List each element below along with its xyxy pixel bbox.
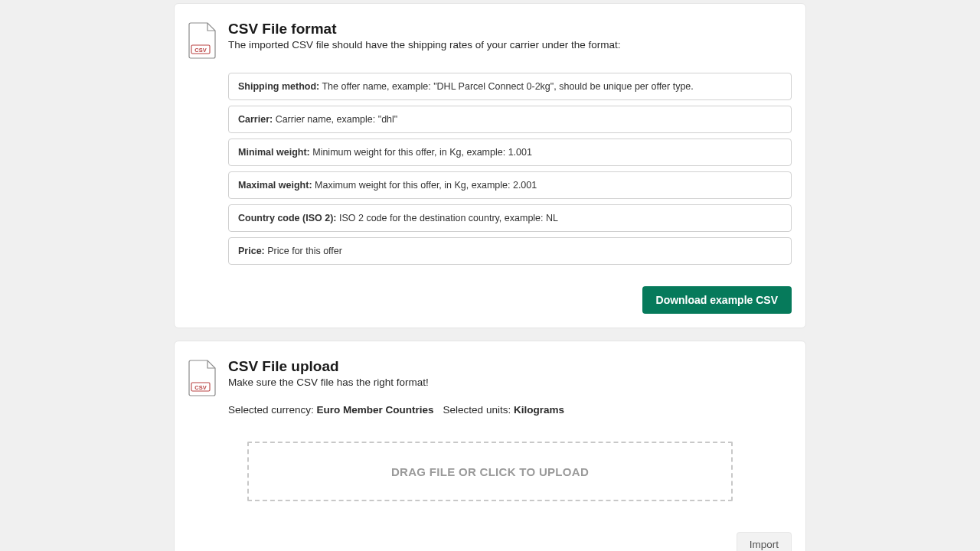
format-header: CSV CSV File format The imported CSV fil… bbox=[188, 21, 792, 59]
file-dropzone[interactable]: Drag file or click to upload bbox=[247, 442, 733, 501]
upload-header: CSV CSV File upload Make sure the CSV fi… bbox=[188, 358, 792, 396]
format-fields: Shipping method: The offer name, example… bbox=[228, 73, 792, 265]
currency-value: Euro Member Countries bbox=[317, 404, 434, 416]
csv-file-icon: CSV bbox=[188, 22, 217, 59]
field-price: Price: Price for this offer bbox=[228, 237, 792, 265]
field-carrier: Carrier: Carrier name, example: "dhl" bbox=[228, 106, 792, 133]
format-subtitle: The imported CSV file should have the sh… bbox=[228, 39, 621, 51]
upload-title: CSV File upload bbox=[228, 358, 429, 375]
csv-format-card: CSV CSV File format The imported CSV fil… bbox=[174, 3, 806, 328]
units-value: Kilograms bbox=[514, 404, 564, 416]
svg-text:CSV: CSV bbox=[194, 47, 206, 54]
csv-upload-card: CSV CSV File upload Make sure the CSV fi… bbox=[174, 341, 806, 551]
field-minimal-weight: Minimal weight: Minimum weight for this … bbox=[228, 139, 792, 166]
upload-header-text: CSV File upload Make sure the CSV file h… bbox=[228, 358, 429, 388]
currency-label: Selected currency: bbox=[228, 404, 317, 416]
dropzone-text: Drag file or click to upload bbox=[391, 465, 589, 478]
field-maximal-weight: Maximal weight: Maximum weight for this … bbox=[228, 171, 792, 199]
svg-text:CSV: CSV bbox=[194, 384, 206, 391]
download-example-csv-button[interactable]: Download example CSV bbox=[642, 286, 792, 314]
csv-file-icon: CSV bbox=[188, 360, 217, 396]
format-actions: Download example CSV bbox=[188, 286, 792, 314]
format-title: CSV File format bbox=[228, 21, 621, 37]
upload-meta: Selected currency: Euro Member Countries… bbox=[228, 404, 792, 416]
import-button[interactable]: Import bbox=[737, 532, 792, 551]
units-label: Selected units: bbox=[443, 404, 514, 416]
field-shipping-method: Shipping method: The offer name, example… bbox=[228, 73, 792, 100]
upload-subtitle: Make sure the CSV file has the right for… bbox=[228, 377, 429, 388]
field-country-code: Country code (ISO 2): ISO 2 code for the… bbox=[228, 204, 792, 232]
format-header-text: CSV File format The imported CSV file sh… bbox=[228, 21, 621, 51]
upload-actions: Import bbox=[188, 532, 792, 551]
